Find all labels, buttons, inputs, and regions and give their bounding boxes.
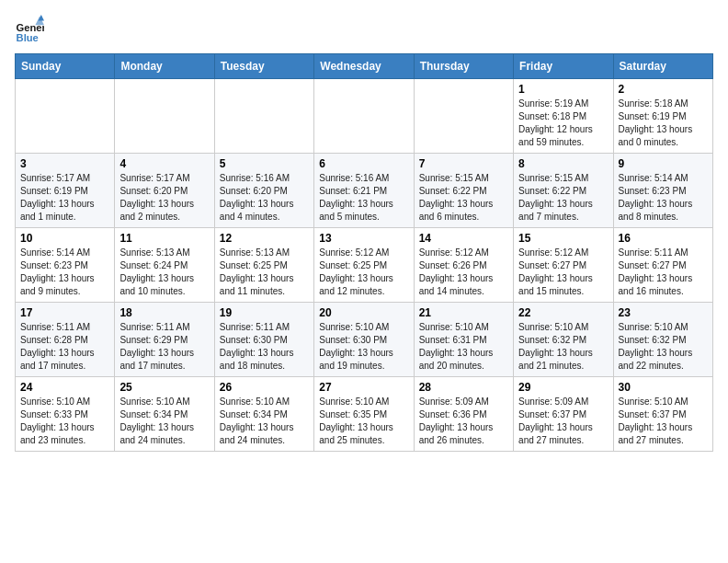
- day-detail: Sunrise: 5:09 AM Sunset: 6:36 PM Dayligh…: [419, 396, 508, 447]
- day-detail: Sunrise: 5:10 AM Sunset: 6:30 PM Dayligh…: [319, 321, 408, 373]
- day-detail: Sunrise: 5:17 AM Sunset: 6:20 PM Dayligh…: [119, 172, 209, 224]
- week-row: 17Sunrise: 5:11 AM Sunset: 6:28 PM Dayli…: [16, 303, 713, 377]
- weekday-header: Saturday: [613, 54, 712, 79]
- day-detail: Sunrise: 5:12 AM Sunset: 6:25 PM Dayligh…: [319, 247, 408, 298]
- day-number: 14: [419, 232, 508, 245]
- calendar-cell: 15Sunrise: 5:12 AM Sunset: 6:27 PM Dayli…: [514, 228, 613, 303]
- day-number: 9: [619, 157, 708, 170]
- weekday-header: Monday: [115, 54, 214, 79]
- day-detail: Sunrise: 5:10 AM Sunset: 6:31 PM Dayligh…: [419, 321, 508, 373]
- calendar-cell: 25Sunrise: 5:10 AM Sunset: 6:34 PM Dayli…: [115, 377, 214, 452]
- day-number: 5: [220, 157, 309, 170]
- calendar-cell: 24Sunrise: 5:10 AM Sunset: 6:33 PM Dayli…: [16, 377, 115, 452]
- day-number: 15: [518, 232, 608, 245]
- calendar-cell: 9Sunrise: 5:14 AM Sunset: 6:23 PM Daylig…: [613, 154, 712, 228]
- calendar-cell: 16Sunrise: 5:11 AM Sunset: 6:27 PM Dayli…: [613, 228, 712, 303]
- weekday-header-row: SundayMondayTuesdayWednesdayThursdayFrid…: [16, 54, 713, 79]
- day-detail: Sunrise: 5:15 AM Sunset: 6:22 PM Dayligh…: [518, 172, 608, 224]
- day-number: 23: [619, 306, 708, 319]
- day-number: 24: [20, 381, 109, 394]
- calendar-cell: [314, 79, 414, 154]
- day-number: 11: [119, 232, 209, 245]
- day-number: 16: [619, 232, 708, 245]
- calendar-cell: 17Sunrise: 5:11 AM Sunset: 6:28 PM Dayli…: [16, 303, 115, 377]
- week-row: 3Sunrise: 5:17 AM Sunset: 6:19 PM Daylig…: [16, 154, 713, 228]
- calendar-cell: 14Sunrise: 5:12 AM Sunset: 6:26 PM Dayli…: [414, 228, 513, 303]
- calendar-cell: [214, 79, 313, 154]
- day-detail: Sunrise: 5:10 AM Sunset: 6:35 PM Dayligh…: [319, 396, 408, 447]
- week-row: 10Sunrise: 5:14 AM Sunset: 6:23 PM Dayli…: [16, 228, 713, 303]
- day-detail: Sunrise: 5:12 AM Sunset: 6:26 PM Dayligh…: [419, 247, 508, 298]
- day-detail: Sunrise: 5:10 AM Sunset: 6:32 PM Dayligh…: [518, 321, 608, 373]
- calendar-cell: [115, 79, 214, 154]
- day-detail: Sunrise: 5:11 AM Sunset: 6:29 PM Dayligh…: [119, 321, 209, 373]
- day-number: 28: [419, 381, 508, 394]
- day-detail: Sunrise: 5:11 AM Sunset: 6:30 PM Dayligh…: [220, 321, 309, 373]
- calendar-cell: 10Sunrise: 5:14 AM Sunset: 6:23 PM Dayli…: [16, 228, 115, 303]
- calendar-cell: 12Sunrise: 5:13 AM Sunset: 6:25 PM Dayli…: [214, 228, 313, 303]
- day-number: 19: [220, 306, 309, 319]
- day-detail: Sunrise: 5:16 AM Sunset: 6:20 PM Dayligh…: [220, 172, 309, 224]
- day-detail: Sunrise: 5:12 AM Sunset: 6:27 PM Dayligh…: [518, 247, 608, 298]
- day-detail: Sunrise: 5:10 AM Sunset: 6:34 PM Dayligh…: [220, 396, 309, 447]
- weekday-header: Tuesday: [214, 54, 313, 79]
- day-detail: Sunrise: 5:15 AM Sunset: 6:22 PM Dayligh…: [419, 172, 508, 224]
- calendar-cell: 3Sunrise: 5:17 AM Sunset: 6:19 PM Daylig…: [16, 154, 115, 228]
- calendar-cell: 11Sunrise: 5:13 AM Sunset: 6:24 PM Dayli…: [115, 228, 214, 303]
- day-number: 27: [319, 381, 408, 394]
- day-detail: Sunrise: 5:13 AM Sunset: 6:25 PM Dayligh…: [220, 247, 309, 298]
- calendar-cell: 19Sunrise: 5:11 AM Sunset: 6:30 PM Dayli…: [214, 303, 313, 377]
- calendar-cell: 29Sunrise: 5:09 AM Sunset: 6:37 PM Dayli…: [514, 377, 613, 452]
- weekday-header: Friday: [514, 54, 613, 79]
- day-detail: Sunrise: 5:09 AM Sunset: 6:37 PM Dayligh…: [518, 396, 608, 447]
- calendar-cell: 8Sunrise: 5:15 AM Sunset: 6:22 PM Daylig…: [514, 154, 613, 228]
- day-detail: Sunrise: 5:11 AM Sunset: 6:27 PM Dayligh…: [619, 247, 708, 298]
- logo: General Blue: [15, 15, 48, 44]
- weekday-header: Thursday: [414, 54, 513, 79]
- day-detail: Sunrise: 5:18 AM Sunset: 6:19 PM Dayligh…: [619, 98, 708, 149]
- calendar-cell: 30Sunrise: 5:10 AM Sunset: 6:37 PM Dayli…: [613, 377, 712, 452]
- calendar-cell: 1Sunrise: 5:19 AM Sunset: 6:18 PM Daylig…: [514, 79, 613, 154]
- svg-marker-3: [35, 17, 44, 26]
- calendar-cell: 5Sunrise: 5:16 AM Sunset: 6:20 PM Daylig…: [214, 154, 313, 228]
- day-detail: Sunrise: 5:10 AM Sunset: 6:34 PM Dayligh…: [119, 396, 209, 447]
- calendar-cell: 7Sunrise: 5:15 AM Sunset: 6:22 PM Daylig…: [414, 154, 513, 228]
- calendar-cell: 13Sunrise: 5:12 AM Sunset: 6:25 PM Dayli…: [314, 228, 414, 303]
- week-row: 24Sunrise: 5:10 AM Sunset: 6:33 PM Dayli…: [16, 377, 713, 452]
- day-number: 21: [419, 306, 508, 319]
- day-number: 8: [518, 157, 608, 170]
- day-number: 18: [119, 306, 209, 319]
- calendar-cell: [414, 79, 513, 154]
- calendar-cell: 20Sunrise: 5:10 AM Sunset: 6:30 PM Dayli…: [314, 303, 414, 377]
- day-number: 10: [20, 232, 109, 245]
- day-detail: Sunrise: 5:11 AM Sunset: 6:28 PM Dayligh…: [20, 321, 109, 373]
- day-number: 2: [619, 83, 708, 96]
- day-number: 4: [119, 157, 209, 170]
- calendar-cell: [16, 79, 115, 154]
- day-number: 1: [518, 83, 608, 96]
- day-number: 13: [319, 232, 408, 245]
- calendar-cell: 22Sunrise: 5:10 AM Sunset: 6:32 PM Dayli…: [514, 303, 613, 377]
- day-number: 17: [20, 306, 109, 319]
- day-number: 29: [518, 381, 608, 394]
- day-detail: Sunrise: 5:13 AM Sunset: 6:24 PM Dayligh…: [119, 247, 209, 298]
- day-number: 6: [319, 157, 408, 170]
- calendar-cell: 26Sunrise: 5:10 AM Sunset: 6:34 PM Dayli…: [214, 377, 313, 452]
- day-number: 20: [319, 306, 408, 319]
- day-number: 3: [20, 157, 109, 170]
- calendar-cell: 23Sunrise: 5:10 AM Sunset: 6:32 PM Dayli…: [613, 303, 712, 377]
- day-detail: Sunrise: 5:16 AM Sunset: 6:21 PM Dayligh…: [319, 172, 408, 224]
- calendar: SundayMondayTuesdayWednesdayThursdayFrid…: [15, 53, 713, 452]
- day-number: 7: [419, 157, 508, 170]
- day-detail: Sunrise: 5:14 AM Sunset: 6:23 PM Dayligh…: [619, 172, 708, 224]
- calendar-cell: 4Sunrise: 5:17 AM Sunset: 6:20 PM Daylig…: [115, 154, 214, 228]
- week-row: 1Sunrise: 5:19 AM Sunset: 6:18 PM Daylig…: [16, 79, 713, 154]
- calendar-cell: 21Sunrise: 5:10 AM Sunset: 6:31 PM Dayli…: [414, 303, 513, 377]
- calendar-cell: 18Sunrise: 5:11 AM Sunset: 6:29 PM Dayli…: [115, 303, 214, 377]
- day-number: 25: [119, 381, 209, 394]
- day-detail: Sunrise: 5:17 AM Sunset: 6:19 PM Dayligh…: [20, 172, 109, 224]
- day-detail: Sunrise: 5:10 AM Sunset: 6:37 PM Dayligh…: [619, 396, 708, 447]
- svg-text:Blue: Blue: [17, 32, 39, 43]
- day-detail: Sunrise: 5:10 AM Sunset: 6:33 PM Dayligh…: [20, 396, 109, 447]
- day-detail: Sunrise: 5:14 AM Sunset: 6:23 PM Dayligh…: [20, 247, 109, 298]
